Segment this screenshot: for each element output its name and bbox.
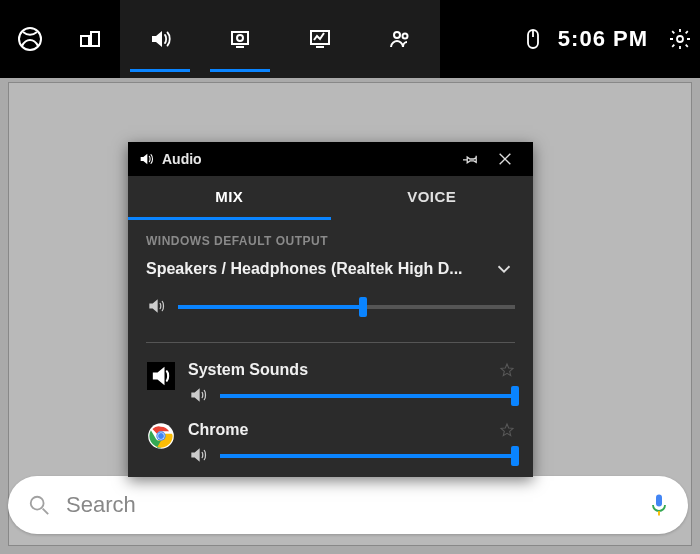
- panel-tabs: MIX VOICE: [128, 176, 533, 220]
- svg-point-4: [237, 35, 243, 41]
- svg-rect-15: [656, 495, 662, 507]
- game-bar: 5:06 PM: [0, 0, 700, 78]
- system-sounds-icon: [146, 361, 176, 391]
- mouse-icon[interactable]: [516, 0, 550, 78]
- panel-title: Audio: [162, 151, 455, 167]
- search-icon: [28, 494, 50, 516]
- output-device-dropdown[interactable]: Speakers / Headphones (Realtek High D...: [146, 258, 515, 280]
- chevron-down-icon: [493, 258, 515, 280]
- svg-rect-2: [91, 32, 99, 46]
- star-icon[interactable]: [499, 422, 515, 438]
- app-row-chrome: Chrome: [128, 417, 533, 477]
- chrome-icon: [146, 421, 176, 451]
- social-tab-icon[interactable]: [360, 0, 440, 78]
- master-volume-slider[interactable]: [178, 296, 515, 316]
- output-section-label: WINDOWS DEFAULT OUTPUT: [146, 234, 515, 248]
- panel-title-bar[interactable]: Audio: [128, 142, 533, 176]
- search-bar[interactable]: Search: [8, 476, 688, 534]
- close-icon[interactable]: [497, 151, 523, 167]
- widgets-icon[interactable]: [60, 0, 120, 78]
- audio-tab-icon[interactable]: [120, 0, 200, 78]
- settings-icon[interactable]: [660, 0, 700, 78]
- svg-point-13: [31, 497, 44, 510]
- app-name: Chrome: [188, 421, 248, 439]
- speaker-icon[interactable]: [188, 445, 208, 465]
- svg-point-12: [677, 36, 683, 42]
- speaker-icon[interactable]: [146, 296, 166, 316]
- app-volume-slider[interactable]: [220, 385, 515, 405]
- svg-point-9: [403, 34, 408, 39]
- app-name: System Sounds: [188, 361, 308, 379]
- performance-tab-icon[interactable]: [280, 0, 360, 78]
- xbox-icon[interactable]: [0, 0, 60, 78]
- svg-point-8: [394, 32, 400, 38]
- search-placeholder: Search: [66, 492, 650, 518]
- speaker-icon[interactable]: [188, 385, 208, 405]
- master-volume-row: [146, 296, 515, 316]
- divider: [146, 342, 515, 343]
- svg-rect-3: [232, 32, 248, 44]
- pin-icon[interactable]: [463, 151, 489, 167]
- svg-rect-1: [81, 36, 89, 46]
- tab-mix[interactable]: MIX: [128, 176, 331, 220]
- svg-point-24: [158, 433, 164, 439]
- output-device-name: Speakers / Headphones (Realtek High D...: [146, 260, 463, 278]
- capture-tab-icon[interactable]: [200, 0, 280, 78]
- audio-panel: Audio MIX VOICE WINDOWS DEFAULT OUTPUT S…: [128, 142, 533, 477]
- tab-voice[interactable]: VOICE: [331, 176, 534, 220]
- svg-line-14: [43, 509, 48, 515]
- star-icon[interactable]: [499, 362, 515, 378]
- app-row-system-sounds: System Sounds: [128, 357, 533, 417]
- app-volume-slider[interactable]: [220, 445, 515, 465]
- audio-icon: [138, 151, 154, 167]
- clock: 5:06 PM: [558, 26, 648, 52]
- mic-icon[interactable]: [650, 493, 668, 517]
